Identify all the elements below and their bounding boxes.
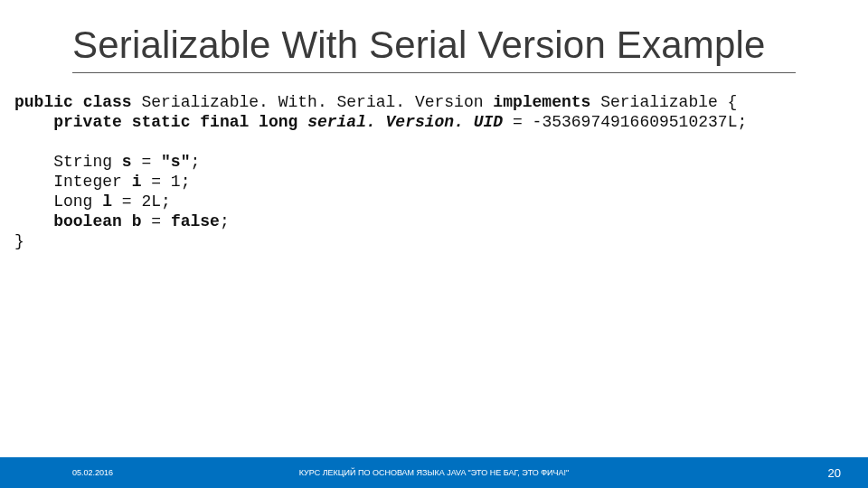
slide-title: Serializable With Serial Version Example	[72, 23, 796, 67]
kw-false: false	[171, 212, 220, 230]
kw-long: long	[259, 113, 297, 131]
kw-public: public	[14, 93, 73, 111]
i-pre: Integer	[14, 173, 132, 191]
class-name: Serializable. With. Serial. Version	[141, 93, 483, 111]
eq: =	[513, 113, 533, 131]
rbrace: }	[14, 232, 24, 250]
indent	[14, 212, 53, 230]
s-eq: =	[132, 153, 161, 171]
footer-date: 05.02.2016	[72, 468, 113, 477]
iface-name: Serializable	[600, 93, 718, 111]
lbrace: {	[718, 93, 738, 111]
b-var: b	[132, 212, 142, 230]
s-val: "s"	[161, 153, 190, 171]
indent	[14, 113, 53, 131]
semi-4: ;	[220, 212, 230, 230]
kw-static: static	[132, 113, 191, 131]
kw-final: final	[200, 113, 249, 131]
footer-page-number: 20	[828, 466, 841, 480]
l-val: = 2L;	[112, 192, 171, 211]
s-pre: String	[14, 153, 122, 171]
kw-private: private	[53, 113, 122, 131]
kw-class: class	[83, 93, 132, 111]
i-val: = 1;	[141, 173, 190, 191]
code-block: public class Serializable. With. Serial.…	[0, 73, 868, 252]
footer-course: КУРС ЛЕКЦИЙ ПО ОСНОВАМ ЯЗЫКА JAVA "ЭТО Н…	[299, 468, 570, 477]
l-pre: Long	[14, 192, 102, 211]
slide: Serializable With Serial Version Example…	[0, 0, 868, 488]
l-var: l	[102, 192, 112, 211]
semi-1: ;	[190, 153, 200, 171]
serial-uid-value: -3536974916609510237L;	[533, 113, 748, 131]
b-eq: =	[141, 212, 170, 230]
footer-bar: 05.02.2016 КУРС ЛЕКЦИЙ ПО ОСНОВАМ ЯЗЫКА …	[0, 457, 868, 488]
footer-inner: 05.02.2016 КУРС ЛЕКЦИЙ ПО ОСНОВАМ ЯЗЫКА …	[0, 457, 868, 488]
serial-uid-name: serial. Version. UID	[307, 113, 513, 131]
title-area: Serializable With Serial Version Example	[0, 0, 868, 70]
s-var: s	[122, 153, 132, 171]
i-var: i	[132, 173, 142, 191]
kw-implements: implements	[493, 93, 590, 111]
kw-boolean: boolean	[53, 212, 122, 230]
